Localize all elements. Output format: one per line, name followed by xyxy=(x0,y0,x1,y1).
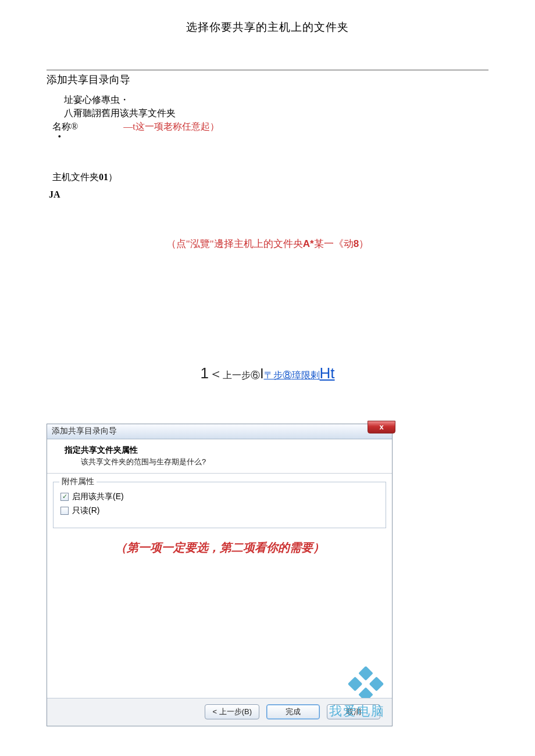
read-only-row[interactable]: 只读(R) xyxy=(60,506,380,516)
name-hint: —t这一项老称任意起） xyxy=(123,121,219,131)
finish-button[interactable]: 完成 xyxy=(266,704,320,719)
nav-prev[interactable]: 上一步⑥ xyxy=(223,370,260,380)
nav-line: 1＜上一步⑥I〒步⑧璋限剌Ht xyxy=(47,364,488,383)
group-label: 附件属性 xyxy=(59,476,97,487)
page-title: 选择你要共享的主机上的文件夹 xyxy=(47,20,488,35)
nav-ht[interactable]: Ht xyxy=(320,364,335,382)
dialog-titlebar: 添加共享目录向导 x xyxy=(47,424,392,439)
close-button[interactable]: x xyxy=(368,421,395,433)
watermark-logo-icon xyxy=(345,667,386,701)
checkbox-read-only[interactable] xyxy=(60,507,69,515)
svg-rect-2 xyxy=(348,676,362,691)
read-only-label: 只读(R) xyxy=(72,506,99,516)
wizard-line-2: 八甭聽詡舊用该共享文件夹 xyxy=(64,108,488,120)
attachments-group: 附件属性 ✓ 启用该共享(E) 只读(R) xyxy=(53,482,386,528)
watermark xyxy=(345,667,386,701)
wizard-dialog: 添加共享目录向导 x 指定共享文件夹属性 该共享文件夹的范围与生存期是什么? 附… xyxy=(47,424,393,726)
nav-limit[interactable]: 璋限剌 xyxy=(292,370,320,380)
wizard-title-1: 添加共享目录向导 xyxy=(47,73,488,87)
enable-share-label: 启用该共享(E) xyxy=(72,492,124,502)
back-button[interactable]: < 上一步(B) xyxy=(205,704,259,719)
dialog-subheading: 该共享文件夹的范围与生存期是什么? xyxy=(81,457,383,467)
enable-share-row[interactable]: ✓ 启用该共享(E) xyxy=(60,492,380,502)
wizard-line-1: 址宴心修專虫・ xyxy=(64,92,488,108)
ja-text: JA xyxy=(49,189,488,200)
nav-lt: ＜ xyxy=(209,366,223,381)
checkbox-enable-share[interactable]: ✓ xyxy=(60,493,69,501)
svg-rect-0 xyxy=(358,667,373,680)
red-instruction: （第一项一定要选，第二项看你的需要） xyxy=(47,540,392,556)
divider xyxy=(47,70,488,70)
dialog-heading: 指定共享文件夹属性 xyxy=(65,445,383,456)
browse-hint: （点"泓覽"邊择主机上的文件央A*某一《动8） xyxy=(47,237,488,250)
nav-next[interactable]: 〒步⑧ xyxy=(264,370,292,380)
dialog-subheader: 指定共享文件夹属性 该共享文件夹的范围与生存期是什么? xyxy=(47,439,392,474)
nav-one: 1 xyxy=(200,364,208,382)
dialog-title: 添加共享目录向导 xyxy=(52,426,117,436)
host-folder-label: 主机文件夹01） xyxy=(52,172,117,182)
nav-pipe: I xyxy=(260,366,264,381)
svg-rect-1 xyxy=(369,676,384,691)
dialog-button-bar: < 上一步(B) 完成 取消 我爱电脑 xyxy=(47,698,392,726)
dot-bullet: ・ xyxy=(52,133,488,140)
cancel-button[interactable]: 取消 xyxy=(327,704,380,719)
